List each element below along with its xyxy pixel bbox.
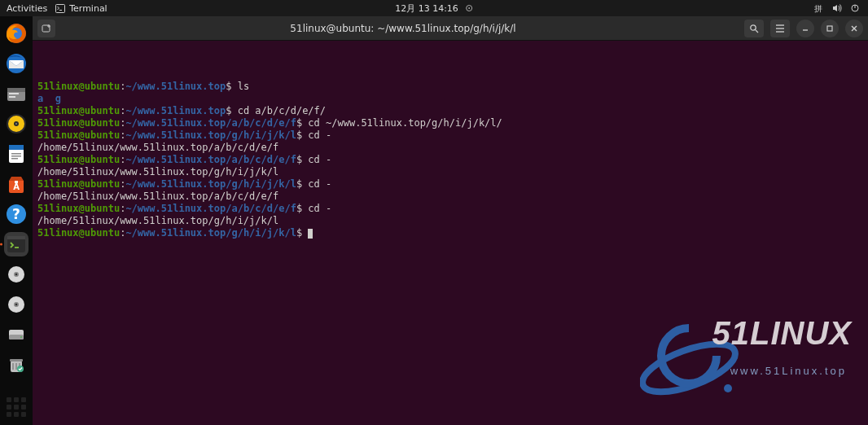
- terminal-line: /home/51linux/www.51linux.top/g/h/i/j/k/…: [37, 166, 863, 178]
- svg-point-45: [751, 24, 756, 29]
- terminal-window: 51linux@ubuntu: ~/www.51linux.top/g/h/i/…: [33, 16, 868, 425]
- terminal-line: 51linux@ubuntu:~/www.51linux.top$ ls: [37, 81, 863, 93]
- current-app-indicator[interactable]: Terminal: [55, 3, 107, 14]
- maximize-icon: [826, 24, 834, 33]
- svg-point-35: [15, 304, 17, 305]
- terminal-line: 51linux@ubuntu:~/www.51linux.top/g/h/i/j…: [37, 227, 863, 239]
- disc1-icon[interactable]: [4, 262, 28, 287]
- svg-rect-28: [7, 236, 25, 239]
- power-icon[interactable]: [850, 3, 860, 13]
- desktop: 51linux@ubuntu: ~/www.51linux.top/g/h/i/…: [33, 16, 868, 425]
- svg-point-32: [15, 274, 17, 275]
- terminal-line: 51linux@ubuntu:~/www.51linux.top$ cd a/b…: [37, 105, 863, 117]
- svg-rect-40: [10, 359, 23, 361]
- topbar-center[interactable]: 12月 13 14:16: [395, 2, 473, 15]
- search-icon: [749, 24, 759, 33]
- terminal-line: 51linux@ubuntu:~/www.51linux.top/a/b/c/d…: [37, 117, 863, 129]
- topbar-left: Activities Terminal: [0, 3, 107, 14]
- hamburger-icon: [775, 24, 785, 33]
- terminal-icon[interactable]: [4, 232, 28, 256]
- svg-text:?: ?: [12, 206, 20, 222]
- svg-point-56: [724, 384, 732, 392]
- terminal-line: a g: [37, 93, 863, 105]
- terminal-body[interactable]: 51linux@ubuntu:~/www.51linux.top$ lsa g5…: [33, 41, 868, 425]
- watermark-url: www.51Linux.top: [730, 365, 847, 377]
- search-button[interactable]: [744, 20, 764, 37]
- terminal-line: /home/51linux/www.51linux.top/g/h/i/j/k/…: [37, 215, 863, 227]
- terminal-small-icon: [55, 4, 65, 13]
- svg-point-55: [661, 328, 717, 383]
- watermark: 51LINUX www.51Linux.top: [640, 311, 852, 409]
- trash-icon[interactable]: [4, 353, 28, 377]
- dock: A ?: [0, 16, 33, 425]
- terminal-line: 51linux@ubuntu:~/www.51linux.top/a/b/c/d…: [37, 154, 863, 166]
- writer-icon[interactable]: [4, 142, 28, 166]
- drive-icon[interactable]: [4, 322, 28, 347]
- svg-point-17: [15, 123, 17, 125]
- maximize-button[interactable]: [821, 20, 839, 37]
- svg-point-3: [468, 7, 470, 9]
- apps-grid-button[interactable]: [7, 397, 26, 417]
- clock: 12月 13 14:16: [395, 2, 458, 15]
- watermark-title: 51LINUX: [712, 327, 853, 340]
- minimize-button[interactable]: [796, 20, 814, 37]
- terminal-line: /home/51linux/www.51linux.top/a/b/c/d/e/…: [37, 142, 863, 154]
- gnome-topbar: Activities Terminal 12月 13 14:16 拼: [0, 0, 868, 16]
- files-icon[interactable]: [4, 81, 28, 106]
- svg-line-46: [756, 30, 758, 33]
- svg-point-54: [640, 335, 741, 401]
- svg-rect-0: [56, 4, 65, 12]
- svg-text:拼: 拼: [814, 4, 822, 13]
- svg-rect-11: [7, 88, 25, 92]
- svg-rect-20: [11, 153, 21, 155]
- terminal-line: 51linux@ubuntu:~/www.51linux.top/g/h/i/j…: [37, 129, 863, 142]
- terminal-line: 51linux@ubuntu:~/www.51linux.top/g/h/i/j…: [37, 178, 863, 191]
- window-title: 51linux@ubuntu: ~/www.51linux.top/g/h/i/…: [62, 23, 744, 34]
- hamburger-menu-button[interactable]: [770, 20, 790, 37]
- terminal-line: 51linux@ubuntu:~/www.51linux.top/a/b/c/d…: [37, 203, 863, 215]
- svg-rect-51: [827, 26, 832, 31]
- svg-text:A: A: [13, 182, 20, 191]
- help-icon[interactable]: ?: [4, 202, 28, 226]
- minimize-icon: [801, 24, 809, 33]
- thunderbird-icon[interactable]: [4, 51, 28, 76]
- activities-button[interactable]: Activities: [7, 3, 47, 14]
- close-icon: [850, 24, 858, 33]
- close-button[interactable]: [845, 20, 863, 37]
- volume-icon[interactable]: [832, 3, 842, 13]
- window-titlebar: 51linux@ubuntu: ~/www.51linux.top/g/h/i/…: [33, 16, 868, 41]
- topbar-right[interactable]: 拼: [814, 3, 868, 13]
- svg-rect-22: [11, 158, 18, 160]
- svg-rect-19: [9, 145, 24, 150]
- current-app-name: Terminal: [69, 3, 107, 14]
- input-method-icon[interactable]: 拼: [814, 3, 824, 13]
- terminal-line: /home/51linux/www.51linux.top/a/b/c/d/e/…: [37, 191, 863, 203]
- rhythmbox-icon[interactable]: [4, 112, 28, 136]
- svg-rect-12: [9, 93, 19, 94]
- notification-icon: [465, 4, 473, 12]
- new-tab-button[interactable]: [37, 20, 55, 37]
- software-icon[interactable]: A: [4, 172, 28, 196]
- svg-point-38: [20, 336, 22, 338]
- new-tab-icon: [42, 24, 51, 33]
- disc2-icon[interactable]: [4, 292, 28, 317]
- svg-rect-21: [11, 156, 21, 157]
- firefox-icon[interactable]: [4, 21, 28, 46]
- svg-rect-13: [9, 96, 15, 98]
